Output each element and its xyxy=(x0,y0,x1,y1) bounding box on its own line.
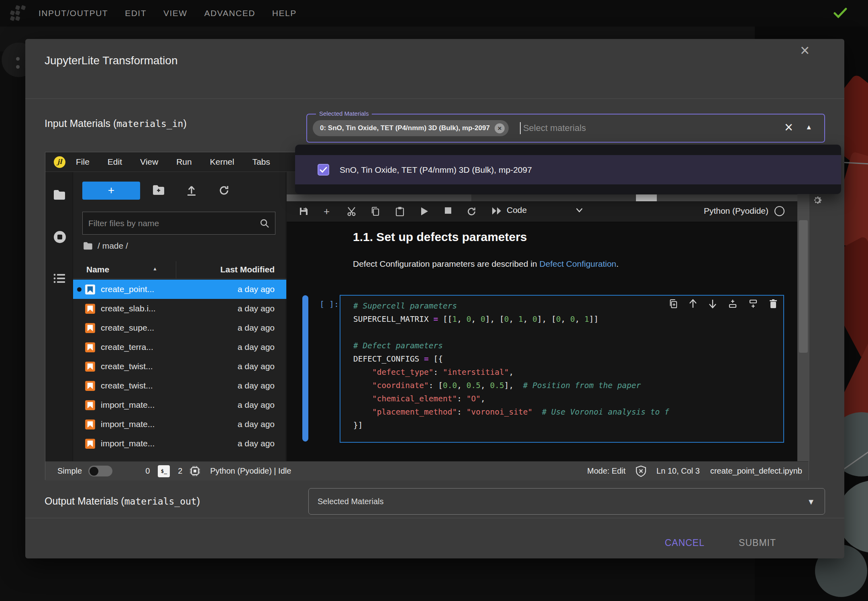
notebook-content[interactable]: 1.1. Set up defects parameters Defect Co… xyxy=(287,222,797,461)
file-row[interactable]: create_twist...a day ago xyxy=(73,357,286,376)
tab-scroll-thumb[interactable] xyxy=(636,194,657,201)
cell-type-dropdown[interactable]: Code xyxy=(507,205,583,215)
refresh-files-icon[interactable] xyxy=(218,185,230,196)
check-icon xyxy=(833,7,847,18)
notebook-toolbar: + xyxy=(287,201,797,222)
move-cell-up-icon[interactable] xyxy=(689,299,697,309)
app-menu: INPUT/OUTPUTEDITVIEWADVANCEDHELP xyxy=(39,8,297,18)
column-name[interactable]: Name xyxy=(86,265,109,274)
clear-selection-icon[interactable]: × xyxy=(784,120,793,135)
cell-selection-bar[interactable] xyxy=(302,295,308,442)
file-modified: a day ago xyxy=(238,381,275,390)
insert-cell-icon[interactable]: + xyxy=(324,206,330,216)
kernel-chip-icon[interactable] xyxy=(189,466,200,476)
file-list-header: Name ▲ Last Modified xyxy=(73,261,286,279)
new-folder-icon[interactable] xyxy=(153,185,165,195)
material-chip[interactable]: 0: SnO, Tin Oxide, TET (P4/nmm) 3D (Bulk… xyxy=(313,120,509,136)
restart-kernel-icon[interactable] xyxy=(467,206,477,217)
jupyter-menu-view[interactable]: View xyxy=(140,157,158,167)
code-cell[interactable]: # Supercell parametersSUPERCELL_MATRIX =… xyxy=(340,295,784,443)
breadcrumb[interactable]: / made / xyxy=(83,241,128,251)
trust-shield-icon[interactable] xyxy=(636,466,646,477)
materials-input[interactable]: Select materials xyxy=(523,123,586,133)
file-modified: a day ago xyxy=(238,400,275,410)
file-row[interactable]: import_mate...a day ago xyxy=(73,415,286,434)
code-editor[interactable]: # Supercell parametersSUPERCELL_MATRIX =… xyxy=(353,299,782,432)
cut-icon[interactable] xyxy=(347,206,357,217)
file-row[interactable]: create_point...a day ago xyxy=(73,280,286,299)
output-select-value: Selected Materials xyxy=(318,497,384,506)
materials-field-label: Selected Materials xyxy=(316,110,372,117)
new-launcher-button[interactable]: + xyxy=(82,182,140,200)
jupyter-menu-kernel[interactable]: Kernel xyxy=(210,157,234,167)
checkbox-checked-icon[interactable] xyxy=(318,164,329,176)
jupyter-menu-run[interactable]: Run xyxy=(176,157,192,167)
file-row[interactable]: create_twist...a day ago xyxy=(73,376,286,395)
collapse-icon[interactable]: ▲ xyxy=(805,123,812,131)
gear-icon[interactable] xyxy=(812,195,823,206)
insert-cell-below-icon[interactable] xyxy=(748,299,758,309)
table-of-contents-tab-icon[interactable] xyxy=(53,273,65,284)
simple-mode-label: Simple xyxy=(57,466,82,476)
run-icon[interactable] xyxy=(420,206,429,216)
submit-button[interactable]: SUBMIT xyxy=(739,538,776,548)
column-last-modified[interactable]: Last Modified xyxy=(220,265,275,274)
jupyter-menu-tabs[interactable]: Tabs xyxy=(252,157,270,167)
kernel-status-icon[interactable] xyxy=(774,206,784,216)
move-cell-down-icon[interactable] xyxy=(708,299,717,309)
materials-select-field[interactable]: Selected Materials 0: SnO, Tin Oxide, TE… xyxy=(306,114,825,143)
running-dot-icon xyxy=(77,287,82,292)
folder-icon xyxy=(83,242,93,250)
jupyter-statusbar: Simple 0 $_ 2 Python (Pyodide) | Idle Mo… xyxy=(45,461,809,480)
chip-remove-icon[interactable]: × xyxy=(495,123,505,133)
file-row[interactable]: import_mate...a day ago xyxy=(73,395,286,415)
stop-icon[interactable] xyxy=(444,206,452,215)
jupyter-menu-file[interactable]: File xyxy=(76,157,90,167)
kernel-name[interactable]: Python (Pyodide) xyxy=(704,206,768,216)
file-name: create_terra... xyxy=(101,342,238,352)
kernel-status-text[interactable]: Python (Pyodide) | Idle xyxy=(210,466,291,476)
markdown-paragraph: Defect Configuration parameters are desc… xyxy=(353,259,619,269)
close-icon[interactable]: × xyxy=(800,42,809,58)
simple-mode-toggle[interactable] xyxy=(88,466,112,476)
insert-cell-above-icon[interactable] xyxy=(728,299,738,309)
app-menu-item-inputoutput[interactable]: INPUT/OUTPUT xyxy=(39,8,108,18)
duplicate-cell-icon[interactable] xyxy=(669,299,678,309)
filter-files-input[interactable]: Filter files by name xyxy=(82,212,275,235)
jupyter-menu-edit[interactable]: Edit xyxy=(108,157,122,167)
cursor-position[interactable]: Ln 10, Col 3 xyxy=(656,466,700,476)
copy-icon[interactable] xyxy=(371,206,380,216)
notebook-area: + xyxy=(287,172,809,461)
cell-prompt: [ ]: xyxy=(320,299,339,309)
terminal-icon[interactable]: $_ xyxy=(158,465,170,477)
delete-cell-icon[interactable] xyxy=(769,299,778,309)
file-row[interactable]: create_supe...a day ago xyxy=(73,318,286,337)
file-row[interactable]: create_slab.i...a day ago xyxy=(73,299,286,318)
defect-configuration-link[interactable]: Defect Configuration xyxy=(540,259,616,268)
restart-run-all-icon[interactable] xyxy=(491,206,503,215)
app-menu-item-help[interactable]: HELP xyxy=(272,8,297,18)
filter-placeholder: Filter files by name xyxy=(88,219,260,228)
scrollbar-thumb[interactable] xyxy=(799,220,808,353)
notebook-file-icon xyxy=(85,342,96,353)
file-row[interactable]: create_terra...a day ago xyxy=(73,337,286,357)
material-option[interactable]: SnO, Tin Oxide, TET (P4/nmm) 3D (Bulk), … xyxy=(295,155,841,184)
upload-icon[interactable] xyxy=(186,185,197,196)
file-browser-tab-icon[interactable] xyxy=(53,190,65,200)
notebook-file-icon xyxy=(85,361,96,372)
output-materials-select[interactable]: Selected Materials ▼ xyxy=(308,488,825,515)
jupyterlite-logo-icon[interactable]: jl xyxy=(54,156,65,168)
save-icon[interactable] xyxy=(299,206,308,216)
file-name: create_supe... xyxy=(101,323,238,333)
app-menu-item-advanced[interactable]: ADVANCED xyxy=(204,8,255,18)
file-row[interactable]: import_mate...a day ago xyxy=(73,434,286,453)
app-logo-icon[interactable] xyxy=(9,4,27,22)
app-menu-item-view[interactable]: VIEW xyxy=(163,8,187,18)
notebook-scrollbar[interactable] xyxy=(797,172,809,461)
screen: INPUT/OUTPUTEDITVIEWADVANCEDHELP Jupyter… xyxy=(0,0,868,601)
paste-icon[interactable] xyxy=(395,206,405,216)
sort-ascending-icon: ▲ xyxy=(153,266,157,272)
cancel-button[interactable]: CANCEL xyxy=(665,538,705,548)
running-kernels-tab-icon[interactable] xyxy=(53,231,66,243)
app-menu-item-edit[interactable]: EDIT xyxy=(125,8,147,18)
